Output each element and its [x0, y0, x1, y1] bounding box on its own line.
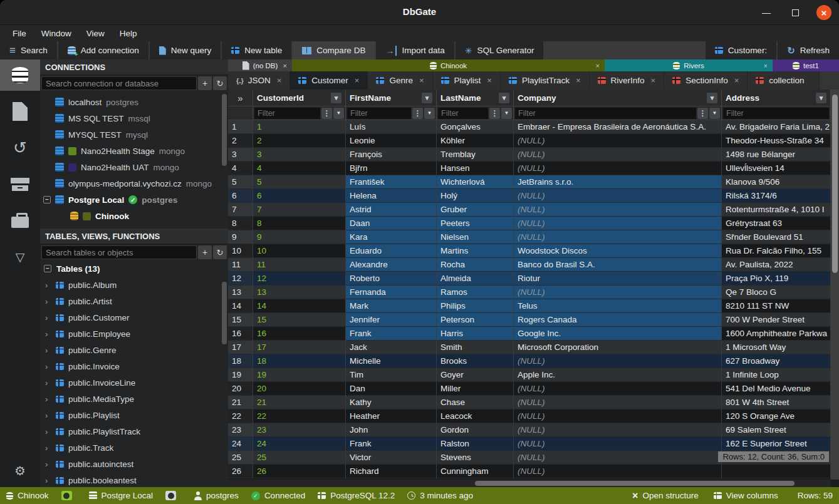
- cell-firstname[interactable]: Michelle: [346, 354, 437, 368]
- cell-customerid[interactable]: 26: [253, 465, 346, 478]
- cell-address[interactable]: Praça Pio X, 119: [722, 272, 831, 285]
- document-tab[interactable]: RiverInfo ×: [590, 71, 665, 90]
- cell-company[interactable]: Google Inc.: [514, 327, 722, 341]
- cell-customerid[interactable]: 10: [253, 244, 346, 258]
- cell-address[interactable]: Rotenturmstraße 4, 1010 I: [722, 203, 831, 217]
- cell-firstname[interactable]: Victor: [346, 451, 437, 465]
- row-number[interactable]: 20: [228, 382, 253, 396]
- connection-item[interactable]: MS SQL TEST mssql: [40, 110, 228, 126]
- close-icon[interactable]: ×: [764, 62, 768, 69]
- cell-address[interactable]: 1 Infinite Loop: [722, 368, 831, 382]
- cell-address[interactable]: Qe 7 Bloco G: [722, 285, 831, 299]
- cell-company[interactable]: (NULL): [514, 285, 722, 299]
- table-item[interactable]: › public.Customer: [40, 309, 228, 326]
- cell-address[interactable]: Grétrystraat 63: [722, 217, 831, 230]
- row-number[interactable]: 9: [228, 230, 253, 244]
- document-tab[interactable]: JSON ×: [228, 71, 290, 90]
- tables-search-input[interactable]: [41, 245, 197, 259]
- connections-search-input[interactable]: [41, 76, 197, 90]
- close-icon[interactable]: ×: [355, 76, 360, 85]
- row-number[interactable]: 5: [228, 175, 253, 189]
- row-number[interactable]: 23: [228, 423, 253, 437]
- cell-customerid[interactable]: 5: [253, 175, 346, 189]
- table-item[interactable]: › public.MediaType: [40, 391, 228, 407]
- cell-firstname[interactable]: Luís: [346, 120, 437, 134]
- table-row[interactable]: 11 11 Alexandre Rocha Banco do Brasil S.…: [228, 258, 831, 272]
- cell-company[interactable]: (NULL): [514, 217, 722, 230]
- cell-address[interactable]: Theodor-Heuss-Straße 34: [722, 134, 831, 148]
- add-connection-plus-button[interactable]: +: [198, 76, 212, 90]
- cell-address[interactable]: 700 W Pender Street: [722, 313, 831, 327]
- cell-address[interactable]: Av. Paulista, 2022: [722, 258, 831, 272]
- cell-lastname[interactable]: Köhler: [437, 134, 514, 148]
- tables-group[interactable]: Tables (13): [40, 260, 228, 277]
- cell-firstname[interactable]: Bjřrn: [346, 162, 437, 175]
- cell-customerid[interactable]: 21: [253, 396, 346, 409]
- row-number[interactable]: 7: [228, 203, 253, 217]
- cell-firstname[interactable]: Frank: [346, 437, 437, 451]
- cell-address[interactable]: 541 Del Medio Avenue: [722, 382, 831, 396]
- cell-firstname[interactable]: Heather: [346, 409, 437, 423]
- column-header[interactable]: Company: [514, 90, 722, 106]
- cell-company[interactable]: Woodstock Discos: [514, 244, 722, 258]
- table-row[interactable]: 4 4 Bjřrn Hansen (NULL) Ullevĺlsveien 14: [228, 162, 831, 175]
- table-item[interactable]: › public.Track: [40, 440, 228, 456]
- cell-lastname[interactable]: Miller: [437, 382, 514, 396]
- cell-address[interactable]: 120 S Orange Ave: [722, 409, 831, 423]
- chevron-right-icon[interactable]: ›: [45, 460, 51, 469]
- cell-lastname[interactable]: Peterson: [437, 313, 514, 327]
- statusbar-item[interactable]: Connected: [251, 491, 305, 500]
- close-icon[interactable]: ×: [419, 76, 424, 85]
- row-number[interactable]: 24: [228, 437, 253, 451]
- statusbar-item[interactable]: Postgre Local: [89, 491, 154, 500]
- statusbar-item[interactable]: Chinook: [6, 491, 49, 500]
- cell-firstname[interactable]: Richard: [346, 465, 437, 478]
- chevron-right-icon[interactable]: ›: [45, 476, 51, 485]
- collapse-icon[interactable]: [44, 265, 51, 272]
- table-item[interactable]: › public.Artist: [40, 293, 228, 309]
- cell-customerid[interactable]: 7: [253, 203, 346, 217]
- filter-funnel-button[interactable]: [501, 108, 512, 119]
- table-row[interactable]: 14 14 Mark Philips Telus 8210 111 ST NW: [228, 299, 831, 313]
- cell-address[interactable]: 627 Broadway: [722, 354, 831, 368]
- document-tab[interactable]: PlaylistTrack ×: [501, 71, 590, 90]
- cell-address[interactable]: 1498 rue Bélanger: [722, 148, 831, 162]
- document-tab[interactable]: Playlist ×: [433, 71, 501, 90]
- cell-firstname[interactable]: Helena: [346, 189, 437, 203]
- toolbar-button[interactable]: Add connection: [58, 41, 149, 59]
- toolbar-button[interactable]: Import data: [376, 41, 454, 59]
- cell-firstname[interactable]: Tim: [346, 368, 437, 382]
- row-number[interactable]: 25: [228, 451, 253, 465]
- cell-lastname[interactable]: Rocha: [437, 258, 514, 272]
- connection-item[interactable]: Nano2Health UAT mongo: [40, 159, 228, 175]
- cell-lastname[interactable]: Brooks: [437, 354, 514, 368]
- rail-item[interactable]: [0, 132, 40, 163]
- table-item[interactable]: › public.booleantest: [40, 472, 228, 487]
- row-number[interactable]: 26: [228, 465, 253, 478]
- database-tab[interactable]: Rivers ×: [605, 59, 773, 71]
- statusbar-item[interactable]: 3 minutes ago: [407, 491, 473, 500]
- cell-company[interactable]: (NULL): [514, 162, 722, 175]
- cell-firstname[interactable]: John: [346, 423, 437, 437]
- cell-customerid[interactable]: 12: [253, 272, 346, 285]
- cell-address[interactable]: 8210 111 ST NW: [722, 299, 831, 313]
- cell-lastname[interactable]: Gordon: [437, 423, 514, 437]
- cell-lastname[interactable]: Peeters: [437, 217, 514, 230]
- cell-firstname[interactable]: Dan: [346, 382, 437, 396]
- cell-customerid[interactable]: 18: [253, 354, 346, 368]
- cell-firstname[interactable]: Jack: [346, 341, 437, 354]
- cell-company[interactable]: (NULL): [514, 203, 722, 217]
- statusbar-item[interactable]: [165, 491, 180, 500]
- cell-lastname[interactable]: Philips: [437, 299, 514, 313]
- chevron-right-icon[interactable]: ›: [45, 362, 51, 371]
- chevron-right-icon[interactable]: ›: [45, 329, 51, 339]
- table-row[interactable]: 18 18 Michelle Brooks (NULL) 627 Broadwa…: [228, 354, 831, 368]
- table-row[interactable]: 1 1 Luís Gonçalves Embraer - Empresa Bra…: [228, 120, 831, 134]
- table-item[interactable]: › public.PlaylistTrack: [40, 423, 228, 440]
- close-button[interactable]: ×: [816, 5, 831, 20]
- cell-lastname[interactable]: Leacock: [437, 409, 514, 423]
- connection-item[interactable]: MYSQL TEST mysql: [40, 126, 228, 143]
- cell-customerid[interactable]: 2: [253, 134, 346, 148]
- cell-firstname[interactable]: Daan: [346, 217, 437, 230]
- filter-input[interactable]: Filter: [347, 108, 411, 119]
